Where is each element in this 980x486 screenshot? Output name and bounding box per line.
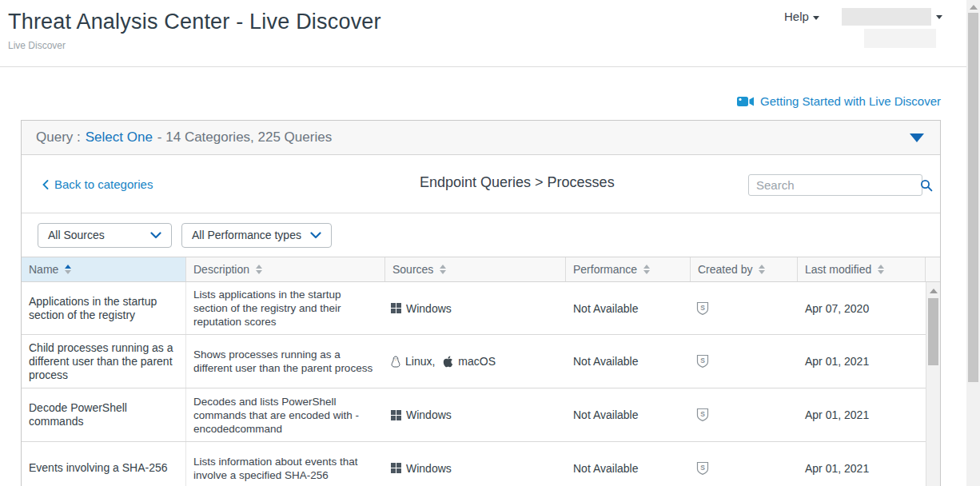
search-icon[interactable] [920, 179, 933, 192]
filter-row: All Sources All Performance types [22, 213, 940, 257]
last-modified-cell: Apr 07, 2020 [798, 282, 926, 334]
breadcrumb: Endpoint Queries > Processes [420, 174, 615, 191]
sophos-shield-icon: S [696, 301, 709, 316]
user-menu-redacted[interactable] [842, 8, 931, 26]
created-by-cell: S [691, 282, 798, 334]
svg-text:S: S [700, 357, 705, 364]
page-subtitle: Live Discover [8, 40, 66, 51]
apple-icon [443, 356, 453, 368]
last-modified-cell: Apr 01, 2021 [798, 388, 926, 441]
query-description-cell: Decodes and lists PowerShell commands th… [186, 388, 385, 441]
performance-filter-label: All Performance types [192, 229, 301, 241]
last-modified-cell: Apr 01, 2021 [798, 442, 926, 486]
sources-filter-label: All Sources [48, 229, 105, 241]
browser-scrollbar[interactable] [966, 0, 980, 486]
query-name[interactable]: Decode PowerShell commands [29, 401, 177, 428]
query-sources-cell: Windows [385, 442, 566, 486]
query-name-cell: Child processes running as a different u… [22, 335, 186, 388]
table-scrollbar[interactable] [926, 282, 940, 486]
query-name-cell: Events involving a SHA-256 [22, 442, 186, 486]
performance-cell: Not Available [566, 335, 691, 388]
column-header-created-by[interactable]: Created by [691, 257, 798, 281]
chevron-left-icon [42, 180, 49, 189]
back-to-categories-link[interactable]: Back to categories [42, 177, 153, 191]
performance-cell: Not Available [566, 282, 691, 334]
table-row[interactable]: Events involving a SHA-256Lists informat… [22, 442, 940, 486]
table-row[interactable]: Child processes running as a different u… [22, 335, 940, 388]
getting-started-label: Getting Started with Live Discover [760, 94, 941, 108]
query-panel: Query : Select One - 14 Categories, 225 … [21, 120, 941, 486]
column-header-description[interactable]: Description [186, 257, 385, 281]
windows-icon [391, 303, 401, 313]
column-label: Last modified [805, 263, 871, 276]
query-description-cell: Lists applications in the startup sectio… [186, 282, 385, 334]
source-label: Windows [406, 302, 452, 315]
chevron-down-icon [310, 232, 321, 239]
query-label: Query : [36, 129, 81, 145]
account-redacted [864, 29, 936, 48]
sort-icon [440, 265, 446, 274]
performance-cell: Not Available [566, 388, 691, 441]
column-header-name[interactable]: Name [22, 257, 186, 281]
search-box [748, 174, 922, 196]
query-header-bar: Query : Select One - 14 Categories, 225 … [22, 121, 940, 155]
query-name-cell: Decode PowerShell commands [22, 388, 186, 441]
sort-icon [643, 265, 650, 274]
collapse-panel-icon[interactable] [910, 133, 924, 142]
created-by-cell: S [691, 442, 798, 486]
sort-icon [65, 265, 71, 274]
chevron-down-icon[interactable] [936, 15, 942, 19]
sort-icon [878, 265, 884, 274]
scroll-up-icon[interactable] [930, 289, 938, 293]
table-row[interactable]: Applications in the startup section of t… [22, 282, 940, 335]
sources-filter-dropdown[interactable]: All Sources [38, 223, 172, 248]
back-link-label: Back to categories [54, 177, 153, 191]
query-name[interactable]: Applications in the startup section of t… [29, 295, 177, 322]
table-toolbar: Back to categories Endpoint Queries > Pr… [22, 155, 940, 213]
query-name[interactable]: Events involving a SHA-256 [29, 461, 168, 475]
getting-started-link[interactable]: Getting Started with Live Discover [737, 94, 941, 108]
query-sources-cell: Windows [385, 282, 566, 334]
query-summary: - 14 Categories, 225 Queries [157, 129, 332, 145]
column-label: Created by [698, 263, 752, 276]
video-icon [737, 96, 755, 107]
windows-icon [391, 410, 401, 420]
search-input[interactable] [749, 178, 920, 192]
query-select-link[interactable]: Select One [86, 129, 153, 145]
sophos-shield-icon: S [696, 408, 709, 422]
source-label: Windows [406, 462, 452, 475]
source-label: Linux, [405, 355, 435, 368]
column-label: Description [193, 263, 249, 276]
query-sources-cell: Linux,macOS [385, 335, 566, 388]
created-by-cell: S [691, 388, 798, 441]
table-row[interactable]: Decode PowerShell commandsDecodes and li… [22, 388, 940, 442]
performance-cell: Not Available [566, 442, 691, 486]
help-label: Help [784, 10, 809, 23]
last-modified-cell: Apr 01, 2021 [798, 335, 926, 388]
table-scrollbar-thumb[interactable] [928, 298, 938, 365]
chevron-down-icon [813, 16, 819, 20]
column-label: Sources [392, 263, 433, 276]
column-header-performance[interactable]: Performance [566, 257, 691, 281]
performance-filter-dropdown[interactable]: All Performance types [181, 223, 332, 248]
sort-icon [759, 265, 765, 274]
column-label: Name [29, 263, 58, 276]
query-sources-cell: Windows [385, 388, 566, 441]
help-menu[interactable]: Help [784, 10, 819, 23]
chevron-down-icon [150, 232, 161, 239]
query-description-cell: Shows processes running as a different u… [186, 335, 385, 388]
column-header-last-modified[interactable]: Last modified [798, 257, 926, 281]
sophos-shield-icon: S [696, 354, 709, 368]
svg-text:S: S [700, 410, 705, 418]
created-by-cell: S [691, 335, 798, 388]
column-header-sources[interactable]: Sources [385, 257, 566, 281]
sophos-shield-icon: S [696, 461, 709, 476]
page-title: Threat Analysis Center - Live Discover [8, 10, 381, 34]
svg-text:S: S [700, 464, 705, 472]
windows-icon [391, 463, 401, 473]
table-header: NameDescriptionSourcesPerformanceCreated… [22, 257, 940, 282]
source-label: macOS [458, 355, 496, 368]
scroll-up-icon[interactable] [970, 5, 978, 10]
query-name[interactable]: Child processes running as a different u… [29, 341, 177, 382]
browser-scrollbar-thumb[interactable] [968, 13, 978, 382]
